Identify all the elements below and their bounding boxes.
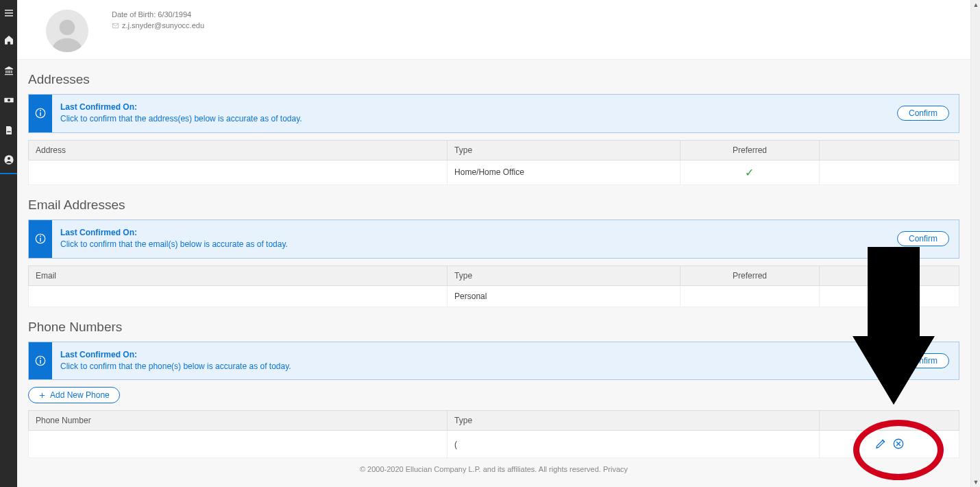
actions-cell [820, 431, 959, 458]
email-cell [29, 285, 448, 307]
addresses-confirm-banner: Last Confirmed On: Click to confirm that… [28, 94, 959, 133]
dob-value: 6/30/1994 [158, 10, 191, 19]
emails-banner-text: Click to confirm that the email(s) below… [60, 239, 288, 249]
plus-icon [38, 392, 46, 399]
vertical-scrollbar[interactable]: ▲ ▼ [970, 0, 980, 487]
emails-col-email: Email [29, 265, 448, 285]
addresses-col-preferred: Preferred [680, 140, 820, 160]
phone-cell [29, 431, 448, 458]
emails-section: Email Addresses Last Confirmed On: Click… [28, 185, 959, 307]
addresses-col-actions [820, 140, 959, 160]
preferred-cell [680, 285, 820, 307]
add-phone-label: Add New Phone [50, 390, 110, 400]
left-sidebar [0, 0, 17, 487]
preferred-cell: ✓ [680, 160, 820, 185]
home-icon[interactable] [0, 26, 17, 54]
emails-col-actions [820, 265, 959, 285]
emails-confirm-button[interactable]: Confirm [897, 231, 949, 246]
emails-title: Email Addresses [28, 192, 959, 219]
check-icon: ✓ [745, 167, 754, 178]
table-row[interactable]: Home/Home Office ✓ [29, 160, 959, 185]
edit-icon[interactable] [873, 436, 888, 451]
svg-point-4 [8, 157, 10, 160]
phones-col-number: Phone Number [29, 411, 448, 431]
addresses-table: Address Type Preferred Home/Home Office … [28, 140, 959, 185]
emails-col-preferred: Preferred [680, 265, 820, 285]
add-new-phone-button[interactable]: Add New Phone [28, 387, 120, 403]
type-cell: Personal [448, 285, 681, 307]
envelope-icon [112, 22, 119, 29]
phones-col-actions [820, 411, 959, 431]
phones-col-type: Type [448, 411, 820, 431]
addresses-banner-title: Last Confirmed On: [60, 102, 889, 113]
actions-cell [820, 160, 959, 185]
profile-email: z.j.snyder@sunyocc.edu [122, 21, 204, 32]
document-icon[interactable] [0, 117, 17, 144]
addresses-confirm-button[interactable]: Confirm [897, 106, 949, 121]
type-cell: Home/Home Office [448, 160, 681, 185]
addresses-section: Addresses Last Confirmed On: Click to co… [28, 60, 959, 185]
addresses-col-type: Type [448, 140, 681, 160]
dob-label: Date of Birth: [112, 10, 156, 19]
addresses-banner-text: Click to confirm that the address(es) be… [60, 114, 302, 123]
phones-confirm-button[interactable]: Confirm [897, 353, 949, 368]
addresses-title: Addresses [28, 67, 959, 94]
delete-icon[interactable] [891, 436, 906, 451]
actions-cell [820, 285, 959, 307]
avatar [46, 10, 88, 52]
user-icon[interactable] [0, 147, 17, 174]
addresses-col-address: Address [29, 140, 448, 160]
emails-col-type: Type [448, 265, 681, 285]
emails-banner-title: Last Confirmed On: [60, 227, 889, 239]
phones-title: Phone Numbers [28, 314, 959, 342]
svg-point-1 [8, 99, 10, 102]
phones-table: Phone Number Type ( [28, 410, 959, 458]
money-icon[interactable] [0, 86, 17, 114]
table-row[interactable]: ( [29, 431, 959, 458]
profile-header: Date of Birth: 6/30/1994 z.j.snyder@suny… [17, 0, 970, 59]
svg-point-5 [60, 20, 75, 36]
info-icon [29, 342, 52, 380]
table-row[interactable]: Personal [29, 285, 959, 307]
footer-text: © 2000-2020 Ellucian Company L.P. and it… [28, 458, 959, 477]
info-icon [29, 220, 52, 258]
phones-banner-title: Last Confirmed On: [60, 349, 889, 361]
emails-confirm-banner: Last Confirmed On: Click to confirm that… [28, 219, 959, 259]
emails-table: Email Type Preferred Personal [28, 265, 959, 307]
info-icon [29, 95, 52, 132]
phones-section: Phone Numbers Last Confirmed On: Click t… [28, 307, 959, 459]
bank-icon[interactable] [0, 56, 17, 84]
phones-confirm-banner: Last Confirmed On: Click to confirm that… [28, 342, 959, 381]
type-cell: ( [448, 431, 820, 458]
phones-banner-text: Click to confirm that the phone(s) below… [60, 361, 291, 371]
address-cell [29, 160, 448, 185]
menu-icon[interactable] [0, 3, 17, 23]
svg-rect-2 [7, 131, 10, 132]
